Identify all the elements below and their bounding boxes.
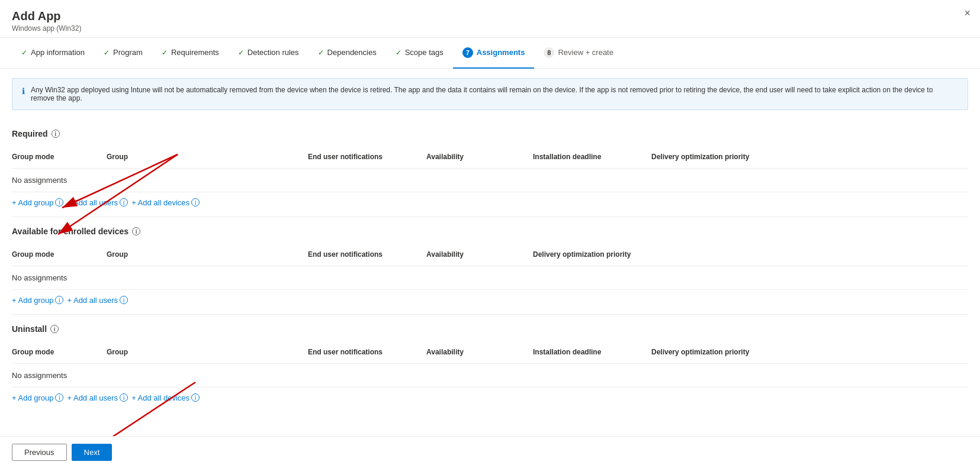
- tab-label: Requirements: [171, 48, 219, 57]
- header-end-user-notif: End user notifications: [308, 346, 426, 359]
- next-button[interactable]: Next: [72, 444, 113, 461]
- header-install-deadline: Installation deadline: [533, 346, 651, 359]
- tab-program[interactable]: ✓ Program: [94, 38, 152, 69]
- uninstall-section: Uninstall i Group mode Group End user no…: [0, 315, 980, 412]
- uninstall-add-all-devices-link[interactable]: + Add all devices: [131, 393, 189, 402]
- required-add-all-devices-link[interactable]: + Add all devices: [131, 198, 189, 207]
- page-container: Add App Windows app (Win32) × ✓ App info…: [0, 0, 980, 468]
- uninstall-no-assignments-row: No assignments: [12, 364, 968, 388]
- uninstall-add-users-info[interactable]: i: [120, 393, 128, 402]
- no-assignments-text: No assignments: [12, 173, 107, 187]
- tab-label: Review + create: [558, 48, 613, 57]
- required-add-users-info[interactable]: i: [120, 198, 128, 206]
- uninstall-add-group-info[interactable]: i: [55, 393, 63, 402]
- available-add-users-info[interactable]: i: [120, 296, 128, 304]
- header-availability: Availability: [426, 248, 533, 261]
- available-add-all-users-link[interactable]: + Add all users: [67, 296, 118, 305]
- available-info-icon[interactable]: i: [132, 227, 140, 235]
- required-table-header: Group mode Group End user notifications …: [12, 146, 968, 169]
- tab-assignments[interactable]: 7 Assignments: [453, 38, 535, 69]
- header-group-mode: Group mode: [12, 248, 107, 261]
- uninstall-add-links: + Add group i + Add all users i + Add al…: [12, 393, 968, 402]
- tab-scope-tags[interactable]: ✓ Scope tags: [386, 38, 453, 69]
- uninstall-add-all-users-link[interactable]: + Add all users: [67, 393, 118, 402]
- tab-label: Dependencies: [327, 48, 377, 57]
- tab-app-information[interactable]: ✓ App information: [12, 38, 94, 69]
- available-enrolled-section: Available for enrolled devices i Group m…: [0, 217, 980, 314]
- tab-label: Assignments: [477, 48, 525, 57]
- uninstall-add-group-link[interactable]: + Add group: [12, 393, 53, 402]
- required-no-assignments-row: No assignments: [12, 169, 968, 192]
- no-assignments-text: No assignments: [12, 369, 107, 382]
- header-install-deadline: Installation deadline: [533, 150, 651, 163]
- required-info-icon[interactable]: i: [52, 130, 60, 138]
- header-delivery-opt: Delivery optimization priority: [533, 248, 968, 261]
- available-no-assignments-row: No assignments: [12, 266, 968, 290]
- page-title: Add App: [12, 9, 968, 23]
- header-group-mode: Group mode: [12, 150, 107, 163]
- footer: Previous Next: [0, 436, 980, 468]
- required-section-title: Required i: [12, 129, 968, 138]
- header-delivery-opt: Delivery optimization priority: [651, 346, 968, 359]
- tab-label: Scope tags: [405, 48, 444, 57]
- available-add-group-info[interactable]: i: [55, 296, 63, 304]
- header-end-user-notif: End user notifications: [308, 248, 426, 261]
- no-assignments-text: No assignments: [12, 271, 107, 285]
- required-section: Required i Group mode Group End user not…: [0, 120, 980, 217]
- uninstall-table-header: Group mode Group End user notifications …: [12, 341, 968, 364]
- uninstall-section-title: Uninstall i: [12, 324, 968, 334]
- tab-requirements[interactable]: ✓ Requirements: [152, 38, 229, 69]
- tabs-bar: ✓ App information ✓ Program ✓ Requiremen…: [0, 38, 980, 69]
- check-icon: ✓: [162, 49, 168, 57]
- header-delivery-opt: Delivery optimization priority: [651, 150, 968, 163]
- tab-label: Program: [113, 48, 143, 57]
- tab-review-create[interactable]: 8 Review + create: [534, 38, 623, 69]
- uninstall-add-devices-info[interactable]: i: [191, 393, 200, 402]
- header-end-user-notif: End user notifications: [308, 150, 426, 163]
- tab-label: Detection rules: [248, 48, 299, 57]
- check-icon: ✓: [396, 49, 401, 57]
- uninstall-info-icon[interactable]: i: [50, 325, 59, 333]
- required-add-devices-info[interactable]: i: [191, 198, 200, 206]
- header-availability: Availability: [426, 346, 533, 359]
- info-icon: ℹ: [22, 86, 25, 102]
- tab-number: 7: [462, 47, 473, 58]
- main-content: ℹ Any Win32 app deployed using Intune wi…: [0, 69, 980, 436]
- tab-label: App information: [31, 48, 85, 57]
- info-banner: ℹ Any Win32 app deployed using Intune wi…: [12, 78, 968, 110]
- required-add-all-users-link[interactable]: + Add all users: [67, 198, 118, 207]
- required-add-links: + Add group i + Add all users i + Add al…: [12, 198, 968, 207]
- available-enrolled-title: Available for enrolled devices i: [12, 227, 968, 236]
- page-header: Add App Windows app (Win32) ×: [0, 0, 980, 38]
- required-add-group-link[interactable]: + Add group: [12, 198, 53, 207]
- info-banner-text: Any Win32 app deployed using Intune will…: [31, 86, 958, 102]
- header-group: Group: [107, 150, 308, 163]
- close-button[interactable]: ×: [964, 7, 971, 20]
- header-group: Group: [107, 346, 308, 359]
- check-icon: ✓: [318, 49, 324, 57]
- required-add-group-info[interactable]: i: [55, 198, 63, 206]
- page-subtitle: Windows app (Win32): [12, 24, 968, 33]
- tab-dependencies[interactable]: ✓ Dependencies: [309, 38, 386, 69]
- check-icon: ✓: [21, 49, 27, 57]
- header-group: Group: [107, 248, 308, 261]
- check-icon: ✓: [104, 49, 110, 57]
- available-add-links: + Add group i + Add all users i: [12, 296, 968, 305]
- tab-number: 8: [544, 47, 554, 58]
- header-group-mode: Group mode: [12, 346, 107, 359]
- check-icon: ✓: [238, 49, 244, 57]
- available-add-group-link[interactable]: + Add group: [12, 296, 53, 305]
- previous-button[interactable]: Previous: [12, 444, 67, 461]
- tab-detection-rules[interactable]: ✓ Detection rules: [229, 38, 309, 69]
- available-table-header: Group mode Group End user notifications …: [12, 243, 968, 266]
- header-availability: Availability: [426, 150, 533, 163]
